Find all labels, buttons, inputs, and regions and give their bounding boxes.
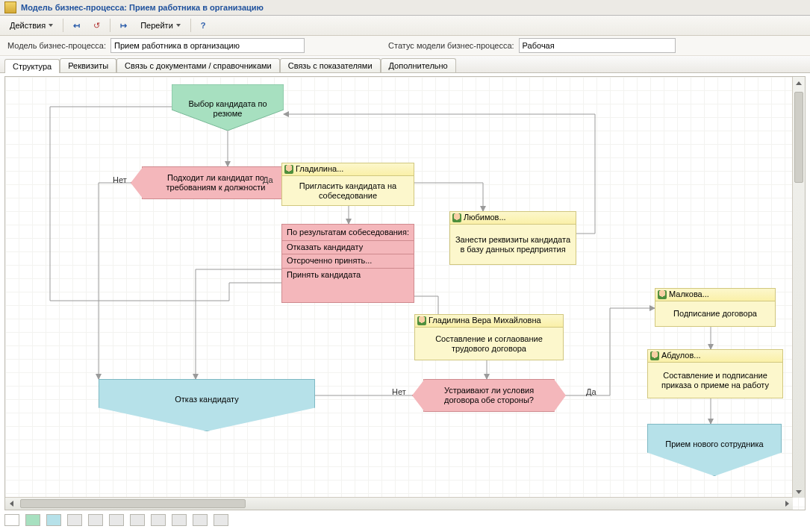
goto-menu-label: Перейти [140, 21, 173, 30]
model-name-input[interactable] [110, 38, 305, 53]
switch-title: По результатам собеседования: [282, 225, 414, 240]
scroll-thumb[interactable] [20, 499, 246, 508]
palette-start[interactable] [25, 514, 40, 526]
scroll-up-icon[interactable] [794, 78, 804, 88]
palette-gray[interactable] [67, 514, 82, 526]
diagram-canvas[interactable]: Выбор кандидата по резюме Подходит ли ка… [4, 76, 806, 510]
arrow-left-icon: ↤ [73, 21, 80, 31]
switch-opt-reject[interactable]: Отказать кандидату [282, 240, 414, 254]
palette-gray4[interactable] [130, 514, 145, 526]
node-terminal-reject[interactable]: Отказ кандидату [99, 379, 315, 431]
refresh-icon: ↺ [93, 21, 100, 31]
terminal-accept-label: Прием нового сотрудника [665, 439, 763, 449]
node-task-db[interactable]: Любимов... Занести реквизиты кандидата в… [449, 211, 576, 265]
edge-label-yes2: Да [586, 387, 596, 396]
tab-requisites[interactable]: Реквизиты [60, 58, 116, 72]
window-title: Модель бизнес-процесса: Прием работника … [21, 3, 264, 12]
tab-bar: Структура Реквизиты Связь с документами … [0, 56, 810, 73]
toolbar-separator [190, 19, 191, 32]
task-db-body: Занести реквизиты кандидата в базу данны… [455, 222, 571, 254]
switch-opt-accept[interactable]: Принять кандидата [282, 268, 414, 281]
actions-menu-label: Действия [10, 21, 46, 30]
task-order-owner: Абдулов... [661, 351, 701, 360]
field-row: Модель бизнес-процесса: Статус модели би… [0, 36, 810, 56]
task-header: Абдулов... [648, 350, 782, 363]
toolbar-separator [110, 19, 110, 32]
chevron-down-icon [49, 24, 53, 27]
edge-label-yes: Да [263, 175, 273, 184]
palette-gray3[interactable] [109, 514, 124, 526]
node-task-order[interactable]: Абдулов... Составление и подписание прик… [647, 349, 783, 398]
person-icon [284, 165, 293, 174]
horizontal-scrollbar[interactable] [5, 497, 793, 510]
toolbar: Действия ↤ ↺ ↦ Перейти ? [0, 16, 810, 36]
shape-palette [4, 513, 228, 528]
tab-docs[interactable]: Связь с документами / справочниками [116, 58, 280, 72]
goto-menu[interactable]: Перейти [135, 17, 186, 34]
task-header: Гладилина... [282, 163, 414, 176]
chevron-down-icon [176, 24, 181, 27]
app-icon [4, 1, 16, 13]
node-task-invite[interactable]: Гладилина... Пригласить кандидата на соб… [281, 163, 414, 206]
scroll-down-icon[interactable] [794, 486, 804, 497]
node-dec-terms-label: Устраивают ли условия договора обе сторо… [429, 386, 549, 405]
node-terminal-accept[interactable]: Прием нового сотрудника [647, 424, 782, 476]
task-header: Гладилина Вера Михайловна [415, 315, 563, 328]
model-label: Модель бизнес-процесса: [7, 41, 106, 50]
palette-gray6[interactable] [172, 514, 187, 526]
tab-metrics[interactable]: Связь с показателями [280, 58, 381, 72]
status-label: Статус модели бизнес-процесса: [388, 41, 514, 50]
toolbar-btn-2[interactable]: ↺ [88, 17, 105, 34]
task-db-owner: Любимов... [464, 213, 506, 222]
task-draft-owner: Гладилина Вера Михайловна [429, 316, 541, 325]
tab-extra[interactable]: Дополнительно [381, 58, 456, 72]
palette-terminal[interactable] [46, 514, 61, 526]
node-dec-terms[interactable]: Устраивают ли условия договора обе сторо… [423, 379, 555, 412]
toolbar-btn-1[interactable]: ↤ [68, 17, 85, 34]
status-input[interactable] [519, 38, 676, 53]
scroll-right-icon[interactable] [782, 498, 792, 509]
toolbar-separator [63, 19, 63, 32]
palette-gray7[interactable] [193, 514, 208, 526]
scroll-thumb[interactable] [794, 92, 803, 183]
help-icon: ? [201, 21, 206, 30]
task-header: Малкова... [655, 289, 775, 301]
terminal-reject-label: Отказ кандидату [175, 395, 239, 404]
actions-menu[interactable]: Действия [4, 17, 58, 34]
edge-label-no: Нет [113, 175, 127, 184]
node-switch-interview[interactable]: По результатам собеседования: Отказать к… [281, 224, 414, 303]
palette-gray8[interactable] [214, 514, 228, 526]
help-button[interactable]: ? [196, 17, 211, 34]
toolbar-btn-3[interactable]: ↦ [115, 17, 132, 34]
task-header: Любимов... [450, 212, 576, 225]
palette-gray2[interactable] [88, 514, 103, 526]
node-start-label: Выбор кандидата по резюме [176, 96, 279, 119]
scroll-left-icon[interactable] [6, 498, 16, 509]
task-sign-owner: Малкова... [669, 290, 709, 299]
node-task-sign[interactable]: Малкова... Подписание договора [655, 288, 776, 327]
palette-gray5[interactable] [151, 514, 166, 526]
task-invite-owner: Гладилина... [296, 164, 343, 174]
person-icon [452, 213, 461, 222]
node-start[interactable]: Выбор кандидата по резюме [172, 84, 284, 131]
tab-structure[interactable]: Структура [4, 59, 60, 73]
node-task-draft[interactable]: Гладилина Вера Михайловна Составление и … [414, 314, 564, 360]
edge-label-no2: Нет [392, 387, 406, 396]
switch-opt-defer[interactable]: Отсроченно принять... [282, 254, 414, 267]
vertical-scrollbar[interactable] [792, 77, 805, 498]
person-icon [417, 316, 426, 325]
person-icon [658, 290, 667, 299]
arrow-right-icon: ↦ [120, 21, 127, 31]
person-icon [650, 351, 659, 360]
palette-plain[interactable] [4, 514, 19, 526]
window-titlebar: Модель бизнес-процесса: Прием работника … [0, 0, 810, 16]
